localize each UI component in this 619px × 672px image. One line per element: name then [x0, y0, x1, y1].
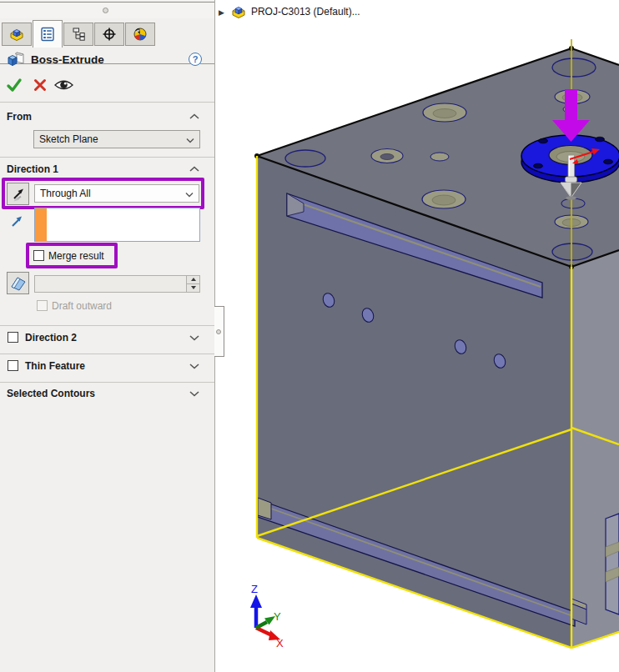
flange-bolt-hole	[604, 159, 613, 164]
start-condition-dropdown[interactable]: Sketch Plane	[33, 130, 200, 148]
check-icon	[6, 77, 23, 93]
panel-grip-dot[interactable]	[103, 8, 108, 13]
draft-angle-spinner[interactable]	[186, 276, 199, 292]
small-hole[interactable]	[430, 153, 449, 161]
from-section-header: From	[7, 111, 32, 123]
section-divider	[0, 102, 214, 103]
highlight-box-merge-result	[26, 243, 118, 268]
counterbore-inner	[432, 195, 455, 205]
collapse-chevron-icon[interactable]	[189, 113, 200, 121]
displaymanager-icon	[132, 26, 148, 43]
collapse-chevron-icon[interactable]	[189, 165, 200, 173]
start-condition-value: Sketch Plane	[39, 133, 98, 145]
chevron-down-icon	[185, 135, 195, 147]
side-pocket[interactable]	[606, 514, 619, 614]
eye-icon	[53, 78, 74, 92]
z-axis-arrow	[250, 594, 262, 608]
tab-featuremanager-tree[interactable]	[2, 23, 32, 46]
draft-icon	[9, 274, 28, 293]
flyout-feature-tree: ▶ PROJ-C3013 (Default)...	[219, 3, 360, 20]
direction-reference-icon	[9, 213, 26, 233]
solidworks-window: Boss-Extrude ? From Sketch Plane	[0, 0, 619, 672]
panel-top-divider	[0, 2, 214, 3]
preview-button[interactable]	[53, 78, 74, 95]
x-axis-label: X	[276, 637, 284, 649]
through-hole[interactable]	[285, 150, 325, 167]
manager-tab-bar	[0, 18, 214, 46]
selected-contours-section-header: Selected Contours	[7, 388, 95, 399]
tree-root-label[interactable]: PROJ-C3013 (Default)...	[251, 6, 360, 18]
part-icon	[8, 26, 25, 43]
direction2-checkbox[interactable]	[8, 332, 18, 343]
dimxpert-icon	[101, 26, 118, 43]
z-axis-label: Z	[251, 583, 258, 595]
property-manager-panel: Boss-Extrude ? From Sketch Plane	[0, 0, 215, 672]
tab-propertymanager[interactable]	[33, 20, 63, 48]
expand-chevron-icon[interactable]	[189, 389, 200, 398]
thin-feature-section-header: Thin Feature	[25, 360, 85, 372]
tab-configurationmanager[interactable]	[63, 23, 93, 46]
flange-bolt-hole	[596, 137, 605, 142]
graphics-area[interactable]: ▶ PROJ-C3013 (Default)...	[215, 0, 619, 672]
section-divider	[0, 382, 214, 383]
expand-chevron-icon[interactable]	[189, 362, 200, 370]
active-selection-bar	[35, 208, 47, 241]
spinner-down-button[interactable]	[187, 284, 199, 293]
tab-dimxpertmanager[interactable]	[94, 23, 124, 46]
tree-expander-icon[interactable]: ▶	[219, 8, 224, 17]
panel-splitter-handle[interactable]	[214, 306, 224, 357]
direction2-section-header: Direction 2	[25, 332, 77, 344]
panel-top-strip	[0, 0, 214, 18]
tab-displaymanager[interactable]	[125, 23, 155, 46]
splitter-grip-dot	[216, 329, 221, 334]
help-icon[interactable]: ?	[189, 53, 202, 66]
propertymanager-icon	[39, 26, 56, 43]
through-hole[interactable]	[552, 243, 592, 260]
orientation-triad: Z X Y	[250, 583, 284, 649]
cancel-button[interactable]	[32, 77, 48, 97]
direction-reference-selection-box[interactable]	[34, 208, 200, 242]
triangle-up-icon	[191, 278, 196, 281]
page-title: Boss-Extrude	[31, 53, 104, 66]
configuration-icon	[70, 26, 87, 43]
y-axis-label: Y	[274, 610, 281, 623]
x-icon	[32, 77, 48, 93]
draft-angle-field[interactable]	[34, 275, 200, 293]
section-divider	[0, 157, 214, 158]
flange-bolt-hole	[534, 163, 543, 168]
section-divider	[0, 354, 214, 354]
spinner-up-button[interactable]	[187, 276, 199, 284]
through-hole[interactable]	[552, 58, 596, 77]
counterbore-inner	[380, 154, 394, 160]
expand-chevron-icon[interactable]	[189, 333, 200, 342]
flange-bolt-hole	[539, 138, 548, 143]
counterbore-inner	[433, 109, 456, 118]
highlight-box-end-condition	[2, 178, 204, 209]
draft-outward-checkbox	[37, 300, 48, 311]
draft-outward-label: Draft outward	[52, 300, 112, 312]
ok-button[interactable]	[6, 77, 23, 97]
part-icon	[230, 3, 247, 20]
triangle-down-icon	[191, 286, 196, 289]
boss-extrude-feature-icon	[6, 51, 26, 73]
section-divider	[0, 325, 214, 326]
direction1-section-header: Direction 1	[7, 163, 58, 175]
3d-model-scene[interactable]: Z X Y	[215, 0, 619, 672]
draft-button[interactable]	[7, 272, 29, 294]
thin-feature-checkbox[interactable]	[8, 360, 18, 371]
